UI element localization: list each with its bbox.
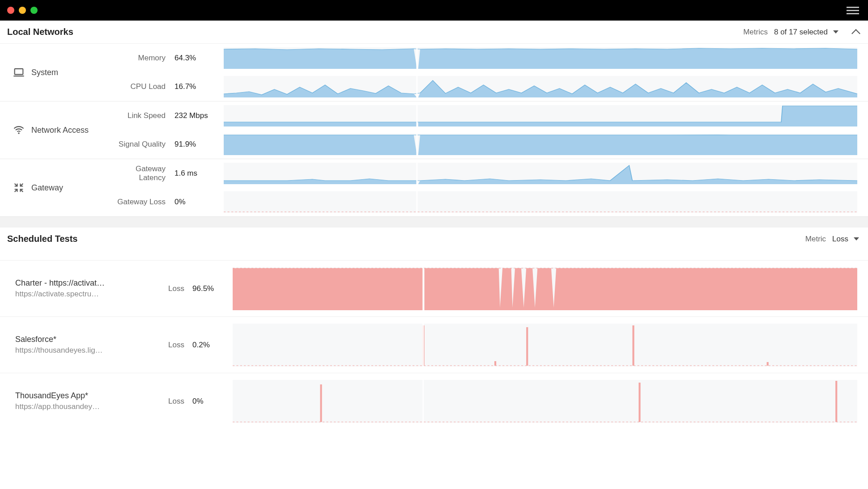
chart-cpu-load[interactable] — [224, 72, 857, 101]
metric-name: Signal Quality — [107, 140, 174, 149]
maximize-window-button[interactable] — [30, 7, 38, 14]
chart-gateway-latency[interactable] — [224, 159, 857, 188]
test-url: https://thousandeyes.lig… — [15, 346, 123, 355]
metric-row-cpu-load: CPU Load 16.7% — [107, 72, 224, 101]
metric-name: Gateway Latency — [107, 164, 174, 182]
test-metric-value: 96.5% — [192, 284, 233, 293]
metric-dropdown[interactable]: Loss — [832, 235, 859, 244]
scheduled-tests-title: Scheduled Tests — [7, 234, 77, 244]
chart-link-speed[interactable] — [224, 101, 857, 130]
group-label-system: System — [0, 44, 107, 101]
chart-gateway-loss[interactable] — [224, 188, 857, 216]
group-label-text: System — [31, 68, 58, 77]
section-divider — [0, 217, 868, 228]
metrics-selected-text: 8 of 17 selected — [774, 28, 828, 37]
metric-name: Gateway Loss — [107, 198, 174, 207]
window-controls — [7, 7, 38, 14]
local-networks-title: Local Networks — [7, 27, 73, 37]
metric-name: Memory — [107, 54, 174, 63]
svg-rect-25 — [767, 362, 769, 366]
minimize-window-button[interactable] — [19, 7, 26, 14]
metric-value: 0% — [174, 198, 224, 207]
caret-down-icon — [833, 30, 838, 34]
svg-point-6 — [18, 132, 20, 134]
test-url: https://app.thousandey… — [15, 402, 123, 411]
metric-value: 16.7% — [174, 82, 224, 91]
svg-rect-29 — [320, 384, 322, 422]
metric-value: 1.6 ms — [174, 169, 224, 178]
metric-row-gateway-loss: Gateway Loss 0% — [107, 188, 224, 216]
metric-row-gateway-latency: Gateway Latency 1.6 ms — [107, 159, 224, 188]
metric-row-link-speed: Link Speed 232 Mbps — [107, 101, 224, 130]
collapse-section-button[interactable] — [851, 29, 860, 38]
test-row-salesforce[interactable]: Salesforce* https://thousandeyes.lig… Lo… — [0, 316, 868, 373]
test-metric-label: Loss — [157, 341, 192, 350]
metric-row-memory: Memory 64.3% — [107, 44, 224, 72]
test-name: Salesforce* — [15, 335, 123, 344]
scheduled-tests-header: Scheduled Tests Metric Loss — [0, 228, 868, 250]
group-label-text: Network Access — [31, 126, 89, 135]
local-networks-header: Local Networks Metrics 8 of 17 selected — [0, 21, 868, 44]
test-metric-label: Loss — [157, 397, 192, 406]
test-row-charter[interactable]: Charter - https://activat… https://activ… — [0, 260, 868, 316]
test-url: https://activate.spectru… — [15, 290, 123, 299]
group-label-text: Gateway — [31, 183, 63, 193]
window-titlebar — [0, 0, 868, 21]
collapse-icon — [13, 181, 25, 194]
svg-rect-13 — [224, 191, 857, 213]
test-name: ThousandEyes App* — [15, 391, 123, 400]
metric-value: 91.9% — [174, 140, 224, 149]
metrics-dropdown[interactable]: 8 of 17 selected — [774, 28, 838, 37]
metric-name: CPU Load — [107, 82, 174, 91]
metric-group-gateway: Gateway Gateway Latency 1.6 ms Gateway L… — [0, 159, 868, 217]
metric-name: Link Speed — [107, 111, 174, 120]
test-metric-label: Loss — [157, 284, 192, 293]
metrics-label: Metrics — [743, 28, 768, 37]
test-row-thousandeyes-app[interactable]: ThousandEyes App* https://app.thousandey… — [0, 373, 868, 429]
group-label-gateway: Gateway — [0, 159, 107, 216]
chart-signal-quality[interactable] — [224, 130, 857, 159]
test-metric-value: 0.2% — [192, 341, 233, 350]
svg-rect-30 — [638, 383, 640, 422]
svg-rect-0 — [15, 69, 23, 75]
chart-memory[interactable] — [224, 44, 857, 72]
chart-test-salesforce[interactable] — [233, 324, 868, 367]
chart-test-thousandeyes-app[interactable] — [233, 380, 868, 423]
metric-selected-text: Loss — [832, 235, 848, 244]
metric-value: 232 Mbps — [174, 111, 224, 120]
svg-rect-22 — [494, 361, 496, 366]
metric-row-signal-quality: Signal Quality 91.9% — [107, 130, 224, 159]
svg-rect-24 — [632, 325, 634, 366]
wifi-icon — [13, 124, 25, 136]
metric-value: 64.3% — [174, 54, 224, 63]
svg-rect-27 — [233, 380, 857, 423]
caret-down-icon — [854, 237, 859, 240]
svg-rect-23 — [526, 327, 528, 366]
metric-label: Metric — [805, 235, 826, 244]
svg-rect-31 — [835, 381, 837, 422]
test-metric-value: 0% — [192, 397, 233, 406]
group-label-network-access: Network Access — [0, 101, 107, 159]
hamburger-menu-button[interactable] — [845, 5, 861, 16]
close-window-button[interactable] — [7, 7, 14, 14]
laptop-icon — [13, 66, 25, 79]
metric-group-network-access: Network Access Link Speed 232 Mbps Signa… — [0, 101, 868, 159]
test-name: Charter - https://activat… — [15, 278, 123, 288]
chart-test-charter[interactable] — [233, 267, 868, 310]
metric-group-system: System Memory 64.3% CPU Load 16.7% — [0, 44, 868, 101]
svg-rect-19 — [233, 324, 857, 367]
